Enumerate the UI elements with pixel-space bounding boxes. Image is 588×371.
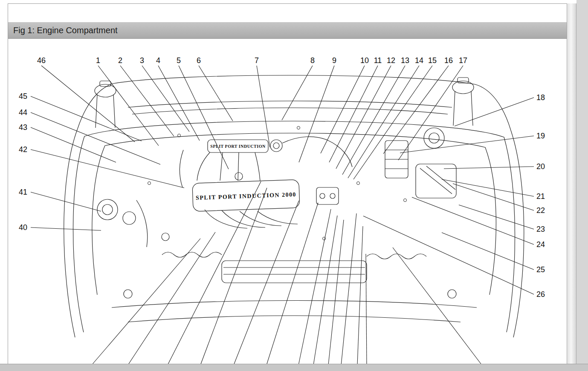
throttle-body [270, 140, 282, 152]
leader-line-43 [31, 127, 116, 162]
callout-number-21: 21 [536, 192, 545, 201]
leader-line-2 [120, 66, 174, 136]
overflow-leader-line [92, 239, 200, 365]
leader-line-44 [31, 112, 160, 164]
brake-booster-inner [429, 133, 439, 143]
valve-cover-text: SPLIT PORT INDUCTION 2000 [196, 191, 296, 201]
callout-number-43: 43 [19, 123, 27, 132]
leader-line-3 [142, 66, 189, 132]
intake-plenum-text: SPLIT PORT INDUCTION [210, 144, 266, 149]
callout-layer: 4612345678910111213141516171819202122232… [19, 56, 545, 299]
leader-line-11 [329, 66, 378, 162]
callout-number-1: 1 [96, 56, 100, 65]
strut-tower-right [452, 78, 474, 126]
air-intake-tube [282, 137, 352, 167]
figure-title-bar: Fig 1: Engine Compartment [8, 22, 568, 39]
coil-tower-2 [330, 193, 335, 198]
callout-number-45: 45 [19, 92, 27, 101]
overflow-leader-lines [92, 181, 482, 365]
callout-number-10: 10 [360, 56, 369, 65]
callout-number-18: 18 [536, 93, 545, 102]
callout-number-19: 19 [536, 132, 545, 140]
strut-tower-left [95, 81, 116, 128]
leader-line-6 [199, 66, 233, 121]
engine-bay-boundary [92, 133, 496, 295]
callout-number-5: 5 [177, 56, 181, 65]
overflow-leader-line [328, 220, 344, 365]
leader-line-26 [363, 216, 534, 294]
harness-left [162, 252, 222, 257]
radiator-support [222, 261, 367, 283]
callout-number-12: 12 [387, 56, 395, 65]
callout-number-2: 2 [118, 56, 122, 65]
figure-title: Fig 1: Engine Compartment [13, 26, 118, 35]
radiator-cap [162, 233, 169, 241]
callout-number-20: 20 [536, 162, 545, 171]
bumper-line-2 [128, 316, 461, 322]
oil-filler-cap [235, 173, 243, 180]
leader-line-5 [179, 66, 229, 169]
callout-number-25: 25 [536, 265, 545, 274]
engine-compartment-diagram: SPLIT PORT INDUCTION SPLIT PORT INDUCTIO… [0, 0, 588, 371]
callout-number-15: 15 [428, 56, 437, 65]
bolt [297, 127, 300, 129]
engine-line-art [64, 75, 524, 337]
coolant-reservoir-cap [123, 212, 136, 224]
callout-number-9: 9 [332, 56, 336, 65]
callout-number-46: 46 [37, 56, 46, 65]
overflow-leader-line [200, 188, 267, 365]
throttle-body-inner [273, 143, 279, 149]
callout-number-4: 4 [156, 56, 160, 65]
leader-line-25 [442, 233, 534, 270]
bolt [357, 182, 360, 185]
leader-line-19 [400, 136, 534, 153]
bolt [404, 199, 407, 202]
leader-line-21 [442, 179, 534, 196]
washer-reservoir-cap-inner [102, 204, 113, 215]
brake-booster [424, 128, 444, 148]
hood-outline [64, 75, 524, 337]
callout-number-23: 23 [536, 225, 545, 233]
callout-number-40: 40 [19, 223, 27, 232]
intake-runners [197, 152, 260, 181]
leader-line-46 [41, 66, 135, 142]
callout-number-6: 6 [197, 56, 201, 65]
overflow-leader-line [266, 203, 318, 365]
callout-number-8: 8 [310, 56, 315, 65]
hood-latch-right [448, 290, 456, 298]
leader-line-13 [342, 66, 405, 175]
leader-line-20 [444, 167, 534, 169]
callout-number-22: 22 [536, 206, 545, 215]
hood-latch-left [124, 290, 132, 298]
callout-number-24: 24 [536, 240, 545, 249]
radiator-hose [136, 200, 148, 247]
overflow-leader-line [393, 247, 482, 365]
callout-number-14: 14 [415, 56, 423, 65]
bolt [148, 182, 151, 185]
heater-hose [180, 150, 183, 187]
callout-number-13: 13 [401, 56, 409, 65]
window-bottom-bar [0, 364, 588, 371]
callout-number-42: 42 [19, 145, 27, 154]
leader-line-8 [282, 66, 313, 120]
leader-line-41 [31, 192, 101, 211]
callout-number-41: 41 [19, 188, 27, 196]
leader-line-40 [31, 227, 101, 230]
vertical-scrollbar[interactable] [567, 3, 576, 364]
document-viewer-page: SPLIT PORT INDUCTION SPLIT PORT INDUCTIO… [0, 0, 588, 371]
overflow-leader-line [357, 226, 363, 365]
washer-reservoir-cap [97, 199, 118, 220]
leader-line-7 [257, 66, 270, 147]
callout-number-17: 17 [459, 56, 467, 65]
harness-right [367, 254, 426, 259]
window-left-border [8, 3, 8, 364]
callout-number-16: 16 [444, 56, 453, 65]
callout-number-44: 44 [19, 108, 27, 117]
callout-number-11: 11 [374, 56, 382, 65]
callout-number-3: 3 [140, 56, 144, 65]
coil-tower-1 [320, 193, 325, 198]
overflow-leader-line [168, 181, 261, 365]
cowl-line-1 [128, 101, 452, 107]
leader-line-10 [321, 66, 365, 153]
window-top-border [8, 3, 576, 4]
